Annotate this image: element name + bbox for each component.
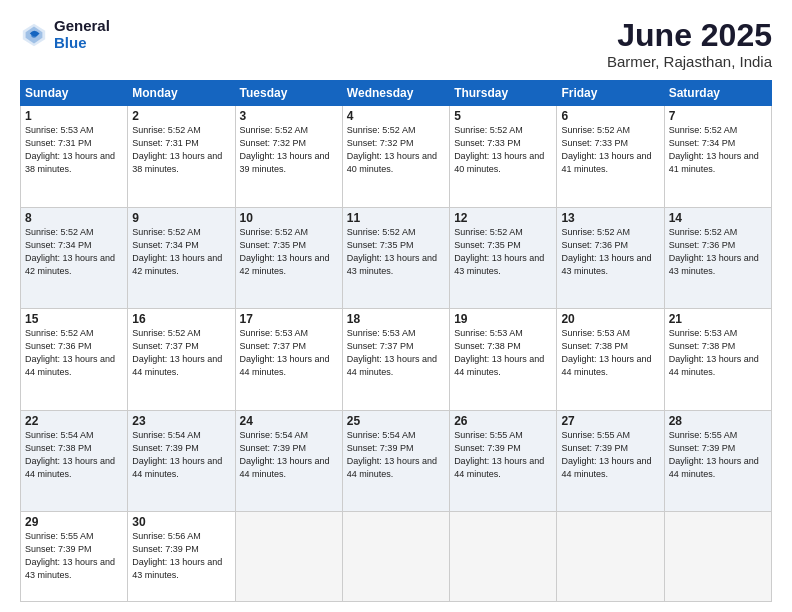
day-info: Sunrise: 5:52 AMSunset: 7:35 PMDaylight:… xyxy=(347,226,445,278)
day-number: 29 xyxy=(25,515,123,529)
calendar-header-row: Sunday Monday Tuesday Wednesday Thursday… xyxy=(21,81,772,106)
day-cell-18: 18 Sunrise: 5:53 AMSunset: 7:37 PMDaylig… xyxy=(342,309,449,411)
col-saturday: Saturday xyxy=(664,81,771,106)
day-cell-1: 1 Sunrise: 5:53 AMSunset: 7:31 PMDayligh… xyxy=(21,106,128,208)
day-info: Sunrise: 5:55 AMSunset: 7:39 PMDaylight:… xyxy=(25,530,123,582)
day-cell-10: 10 Sunrise: 5:52 AMSunset: 7:35 PMDaylig… xyxy=(235,207,342,309)
title-block: June 2025 Barmer, Rajasthan, India xyxy=(607,18,772,70)
day-cell-11: 11 Sunrise: 5:52 AMSunset: 7:35 PMDaylig… xyxy=(342,207,449,309)
day-cell-23: 23 Sunrise: 5:54 AMSunset: 7:39 PMDaylig… xyxy=(128,410,235,512)
day-number: 17 xyxy=(240,312,338,326)
day-number: 30 xyxy=(132,515,230,529)
day-info: Sunrise: 5:53 AMSunset: 7:37 PMDaylight:… xyxy=(347,327,445,379)
day-info: Sunrise: 5:56 AMSunset: 7:39 PMDaylight:… xyxy=(132,530,230,582)
day-info: Sunrise: 5:53 AMSunset: 7:37 PMDaylight:… xyxy=(240,327,338,379)
day-info: Sunrise: 5:54 AMSunset: 7:39 PMDaylight:… xyxy=(347,429,445,481)
day-info: Sunrise: 5:52 AMSunset: 7:36 PMDaylight:… xyxy=(25,327,123,379)
day-cell-8: 8 Sunrise: 5:52 AMSunset: 7:34 PMDayligh… xyxy=(21,207,128,309)
empty-cell xyxy=(342,512,449,602)
day-number: 18 xyxy=(347,312,445,326)
day-number: 10 xyxy=(240,211,338,225)
day-cell-16: 16 Sunrise: 5:52 AMSunset: 7:37 PMDaylig… xyxy=(128,309,235,411)
day-number: 27 xyxy=(561,414,659,428)
header: General Blue June 2025 Barmer, Rajasthan… xyxy=(20,18,772,70)
col-monday: Monday xyxy=(128,81,235,106)
day-info: Sunrise: 5:53 AMSunset: 7:31 PMDaylight:… xyxy=(25,124,123,176)
day-info: Sunrise: 5:53 AMSunset: 7:38 PMDaylight:… xyxy=(454,327,552,379)
day-cell-12: 12 Sunrise: 5:52 AMSunset: 7:35 PMDaylig… xyxy=(450,207,557,309)
week-row-2: 8 Sunrise: 5:52 AMSunset: 7:34 PMDayligh… xyxy=(21,207,772,309)
day-cell-2: 2 Sunrise: 5:52 AMSunset: 7:31 PMDayligh… xyxy=(128,106,235,208)
day-number: 26 xyxy=(454,414,552,428)
day-cell-5: 5 Sunrise: 5:52 AMSunset: 7:33 PMDayligh… xyxy=(450,106,557,208)
day-info: Sunrise: 5:54 AMSunset: 7:39 PMDaylight:… xyxy=(132,429,230,481)
day-number: 28 xyxy=(669,414,767,428)
day-cell-25: 25 Sunrise: 5:54 AMSunset: 7:39 PMDaylig… xyxy=(342,410,449,512)
week-row-4: 22 Sunrise: 5:54 AMSunset: 7:38 PMDaylig… xyxy=(21,410,772,512)
location-subtitle: Barmer, Rajasthan, India xyxy=(607,53,772,70)
logo-blue: Blue xyxy=(54,35,110,52)
day-number: 8 xyxy=(25,211,123,225)
empty-cell xyxy=(235,512,342,602)
day-number: 6 xyxy=(561,109,659,123)
logo-icon xyxy=(20,21,48,49)
day-info: Sunrise: 5:52 AMSunset: 7:35 PMDaylight:… xyxy=(240,226,338,278)
day-info: Sunrise: 5:52 AMSunset: 7:36 PMDaylight:… xyxy=(561,226,659,278)
page: General Blue June 2025 Barmer, Rajasthan… xyxy=(0,0,792,612)
day-cell-6: 6 Sunrise: 5:52 AMSunset: 7:33 PMDayligh… xyxy=(557,106,664,208)
day-cell-20: 20 Sunrise: 5:53 AMSunset: 7:38 PMDaylig… xyxy=(557,309,664,411)
day-number: 9 xyxy=(132,211,230,225)
day-number: 22 xyxy=(25,414,123,428)
svg-point-2 xyxy=(31,32,37,38)
day-info: Sunrise: 5:52 AMSunset: 7:34 PMDaylight:… xyxy=(25,226,123,278)
day-info: Sunrise: 5:52 AMSunset: 7:33 PMDaylight:… xyxy=(454,124,552,176)
day-cell-22: 22 Sunrise: 5:54 AMSunset: 7:38 PMDaylig… xyxy=(21,410,128,512)
day-cell-14: 14 Sunrise: 5:52 AMSunset: 7:36 PMDaylig… xyxy=(664,207,771,309)
day-cell-19: 19 Sunrise: 5:53 AMSunset: 7:38 PMDaylig… xyxy=(450,309,557,411)
day-info: Sunrise: 5:52 AMSunset: 7:32 PMDaylight:… xyxy=(347,124,445,176)
day-info: Sunrise: 5:52 AMSunset: 7:35 PMDaylight:… xyxy=(454,226,552,278)
day-info: Sunrise: 5:52 AMSunset: 7:34 PMDaylight:… xyxy=(669,124,767,176)
day-number: 11 xyxy=(347,211,445,225)
day-cell-4: 4 Sunrise: 5:52 AMSunset: 7:32 PMDayligh… xyxy=(342,106,449,208)
day-number: 5 xyxy=(454,109,552,123)
day-number: 4 xyxy=(347,109,445,123)
calendar-table: Sunday Monday Tuesday Wednesday Thursday… xyxy=(20,80,772,602)
empty-cell xyxy=(664,512,771,602)
day-cell-21: 21 Sunrise: 5:53 AMSunset: 7:38 PMDaylig… xyxy=(664,309,771,411)
main-title: June 2025 xyxy=(607,18,772,53)
day-cell-17: 17 Sunrise: 5:53 AMSunset: 7:37 PMDaylig… xyxy=(235,309,342,411)
week-row-3: 15 Sunrise: 5:52 AMSunset: 7:36 PMDaylig… xyxy=(21,309,772,411)
day-cell-9: 9 Sunrise: 5:52 AMSunset: 7:34 PMDayligh… xyxy=(128,207,235,309)
day-info: Sunrise: 5:54 AMSunset: 7:38 PMDaylight:… xyxy=(25,429,123,481)
day-number: 19 xyxy=(454,312,552,326)
day-cell-29: 29 Sunrise: 5:55 AMSunset: 7:39 PMDaylig… xyxy=(21,512,128,602)
day-number: 23 xyxy=(132,414,230,428)
day-number: 21 xyxy=(669,312,767,326)
day-info: Sunrise: 5:52 AMSunset: 7:37 PMDaylight:… xyxy=(132,327,230,379)
week-row-1: 1 Sunrise: 5:53 AMSunset: 7:31 PMDayligh… xyxy=(21,106,772,208)
day-info: Sunrise: 5:53 AMSunset: 7:38 PMDaylight:… xyxy=(561,327,659,379)
col-tuesday: Tuesday xyxy=(235,81,342,106)
day-info: Sunrise: 5:53 AMSunset: 7:38 PMDaylight:… xyxy=(669,327,767,379)
day-number: 13 xyxy=(561,211,659,225)
day-number: 24 xyxy=(240,414,338,428)
day-number: 16 xyxy=(132,312,230,326)
col-wednesday: Wednesday xyxy=(342,81,449,106)
day-info: Sunrise: 5:52 AMSunset: 7:33 PMDaylight:… xyxy=(561,124,659,176)
day-cell-24: 24 Sunrise: 5:54 AMSunset: 7:39 PMDaylig… xyxy=(235,410,342,512)
logo-general: General xyxy=(54,18,110,35)
day-cell-30: 30 Sunrise: 5:56 AMSunset: 7:39 PMDaylig… xyxy=(128,512,235,602)
day-cell-7: 7 Sunrise: 5:52 AMSunset: 7:34 PMDayligh… xyxy=(664,106,771,208)
day-cell-26: 26 Sunrise: 5:55 AMSunset: 7:39 PMDaylig… xyxy=(450,410,557,512)
day-info: Sunrise: 5:55 AMSunset: 7:39 PMDaylight:… xyxy=(561,429,659,481)
day-number: 1 xyxy=(25,109,123,123)
col-thursday: Thursday xyxy=(450,81,557,106)
day-info: Sunrise: 5:52 AMSunset: 7:34 PMDaylight:… xyxy=(132,226,230,278)
day-cell-3: 3 Sunrise: 5:52 AMSunset: 7:32 PMDayligh… xyxy=(235,106,342,208)
day-cell-13: 13 Sunrise: 5:52 AMSunset: 7:36 PMDaylig… xyxy=(557,207,664,309)
col-friday: Friday xyxy=(557,81,664,106)
empty-cell xyxy=(450,512,557,602)
day-info: Sunrise: 5:52 AMSunset: 7:31 PMDaylight:… xyxy=(132,124,230,176)
day-number: 2 xyxy=(132,109,230,123)
